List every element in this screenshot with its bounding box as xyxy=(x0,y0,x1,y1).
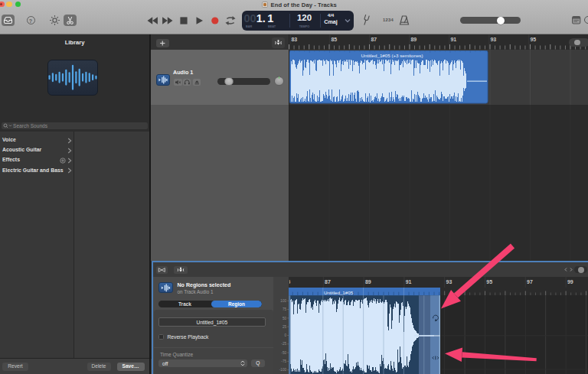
svg-text:99: 99 xyxy=(567,279,573,285)
svg-text:91: 91 xyxy=(405,279,411,285)
svg-text:-75: -75 xyxy=(281,359,286,363)
svg-text:97: 97 xyxy=(527,279,533,285)
svg-text:-25: -25 xyxy=(281,342,286,346)
svg-text:83: 83 xyxy=(291,37,297,42)
svg-text:89: 89 xyxy=(364,279,371,285)
svg-text:0: 0 xyxy=(284,333,286,337)
svg-text:87: 87 xyxy=(325,279,331,285)
svg-text:Untitled_1#05 (+3 semitones): Untitled_1#05 (+3 semitones) xyxy=(361,52,423,57)
svg-text:89: 89 xyxy=(410,37,416,42)
svg-text:93: 93 xyxy=(490,37,496,42)
svg-text:75: 75 xyxy=(282,307,286,311)
svg-text:-50: -50 xyxy=(281,351,286,355)
svg-text:100: 100 xyxy=(280,299,286,303)
svg-text:87: 87 xyxy=(371,37,377,42)
svg-text:93: 93 xyxy=(446,279,452,285)
svg-text:50: 50 xyxy=(282,317,286,320)
svg-text:91: 91 xyxy=(450,37,456,42)
svg-text:-100: -100 xyxy=(279,368,286,372)
svg-text:85: 85 xyxy=(284,279,290,285)
svg-text:Untitled_1#05: Untitled_1#05 xyxy=(324,290,354,295)
svg-text:95: 95 xyxy=(486,279,492,285)
svg-text:25: 25 xyxy=(282,325,286,329)
svg-text:95: 95 xyxy=(530,37,536,42)
svg-text:85: 85 xyxy=(331,37,337,42)
